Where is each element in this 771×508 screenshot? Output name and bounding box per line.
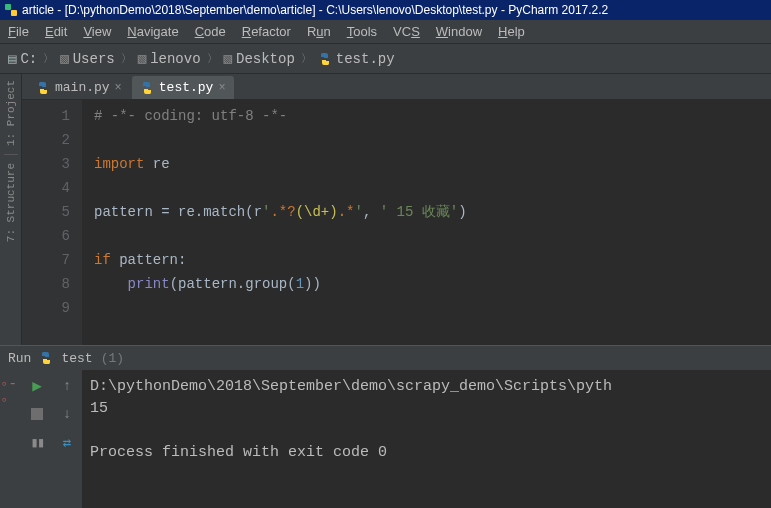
python-file-icon bbox=[39, 351, 53, 365]
graph-icon[interactable]: ◦-◦ bbox=[0, 376, 22, 408]
rerun-button[interactable]: ▶ bbox=[27, 376, 47, 396]
folder-icon: ▧ bbox=[60, 50, 68, 67]
menu-run[interactable]: Run bbox=[307, 24, 331, 39]
breadcrumb-root[interactable]: ▤ C: bbox=[8, 50, 37, 67]
chevron-right-icon: 〉 bbox=[121, 51, 132, 66]
run-left-rail: ◦-◦ bbox=[0, 370, 22, 508]
run-header: Run test (1) bbox=[0, 346, 771, 370]
run-config-name[interactable]: test bbox=[61, 351, 92, 366]
chevron-right-icon: 〉 bbox=[207, 51, 218, 66]
svg-rect-1 bbox=[11, 10, 17, 16]
breadcrumb-users[interactable]: ▧ Users bbox=[60, 50, 114, 67]
breadcrumb-root-label: C: bbox=[20, 51, 37, 67]
menu-vcs[interactable]: VCS bbox=[393, 24, 420, 39]
breadcrumb-label: lenovo bbox=[150, 51, 200, 67]
svg-rect-0 bbox=[5, 4, 11, 10]
run-output[interactable]: D:\pythonDemo\2018\September\demo\scrapy… bbox=[82, 370, 771, 508]
close-icon[interactable]: × bbox=[115, 81, 122, 95]
code-content[interactable]: # -*- coding: utf-8 -*- import re patter… bbox=[82, 100, 771, 345]
breadcrumb-file[interactable]: test.py bbox=[318, 51, 395, 67]
run-label: Run bbox=[8, 351, 31, 366]
breadcrumb-label: Desktop bbox=[236, 51, 295, 67]
menu-view[interactable]: View bbox=[83, 24, 111, 39]
disk-icon: ▤ bbox=[8, 50, 16, 67]
menu-navigate[interactable]: Navigate bbox=[127, 24, 178, 39]
run-toolbar: ▶ ↑ ↓ ▮▮ ⇄ bbox=[22, 370, 82, 508]
run-count: (1) bbox=[101, 351, 124, 366]
menu-edit[interactable]: Edit bbox=[45, 24, 67, 39]
window-title: article - [D:\pythonDemo\2018\September\… bbox=[22, 3, 608, 17]
breadcrumb-desktop[interactable]: ▧ Desktop bbox=[224, 50, 295, 67]
tab-label: test.py bbox=[159, 80, 214, 95]
code-editor[interactable]: 123456789 # -*- coding: utf-8 -*- import… bbox=[22, 100, 771, 345]
line-gutter: 123456789 bbox=[22, 100, 82, 345]
down-arrow-icon[interactable]: ↓ bbox=[57, 404, 77, 424]
python-file-icon bbox=[318, 52, 332, 66]
rail-divider bbox=[4, 154, 18, 155]
window-titlebar: article - [D:\pythonDemo\2018\September\… bbox=[0, 0, 771, 20]
breadcrumb-label: Users bbox=[73, 51, 115, 67]
soft-wrap-icon[interactable]: ⇄ bbox=[57, 432, 77, 452]
menu-window[interactable]: Window bbox=[436, 24, 482, 39]
python-file-icon bbox=[36, 81, 50, 95]
main-area: 1: Project 7: Structure main.py × test.p… bbox=[0, 74, 771, 345]
close-icon[interactable]: × bbox=[218, 81, 225, 95]
menubar: File Edit View Navigate Code Refactor Ru… bbox=[0, 20, 771, 44]
menu-file[interactable]: File bbox=[8, 24, 29, 39]
tab-test-py[interactable]: test.py × bbox=[132, 76, 234, 99]
editor-tabs: main.py × test.py × bbox=[22, 74, 771, 100]
app-icon bbox=[4, 3, 18, 17]
up-arrow-icon[interactable]: ↑ bbox=[57, 376, 77, 396]
chevron-right-icon: 〉 bbox=[301, 51, 312, 66]
menu-help[interactable]: Help bbox=[498, 24, 525, 39]
folder-icon: ▧ bbox=[224, 50, 232, 67]
menu-tools[interactable]: Tools bbox=[347, 24, 377, 39]
structure-tool-tab[interactable]: 7: Structure bbox=[5, 157, 17, 248]
pause-button[interactable]: ▮▮ bbox=[27, 432, 47, 452]
left-rail: 1: Project 7: Structure bbox=[0, 74, 22, 345]
run-panel: Run test (1) ◦-◦ ▶ ↑ ↓ ▮▮ ⇄ D:\pythonDem… bbox=[0, 345, 771, 508]
chevron-right-icon: 〉 bbox=[43, 51, 54, 66]
breadcrumb-lenovo[interactable]: ▧ lenovo bbox=[138, 50, 201, 67]
python-file-icon bbox=[140, 81, 154, 95]
stop-button[interactable] bbox=[27, 404, 47, 424]
menu-refactor[interactable]: Refactor bbox=[242, 24, 291, 39]
tab-main-py[interactable]: main.py × bbox=[28, 76, 130, 99]
editor-area: main.py × test.py × 123456789 # -*- codi… bbox=[22, 74, 771, 345]
breadcrumb: ▤ C: 〉 ▧ Users 〉 ▧ lenovo 〉 ▧ Desktop 〉 … bbox=[0, 44, 771, 74]
breadcrumb-file-label: test.py bbox=[336, 51, 395, 67]
menu-code[interactable]: Code bbox=[195, 24, 226, 39]
run-body: ◦-◦ ▶ ↑ ↓ ▮▮ ⇄ D:\pythonDemo\2018\Septem… bbox=[0, 370, 771, 508]
tab-label: main.py bbox=[55, 80, 110, 95]
folder-icon: ▧ bbox=[138, 50, 146, 67]
project-tool-tab[interactable]: 1: Project bbox=[5, 74, 17, 152]
